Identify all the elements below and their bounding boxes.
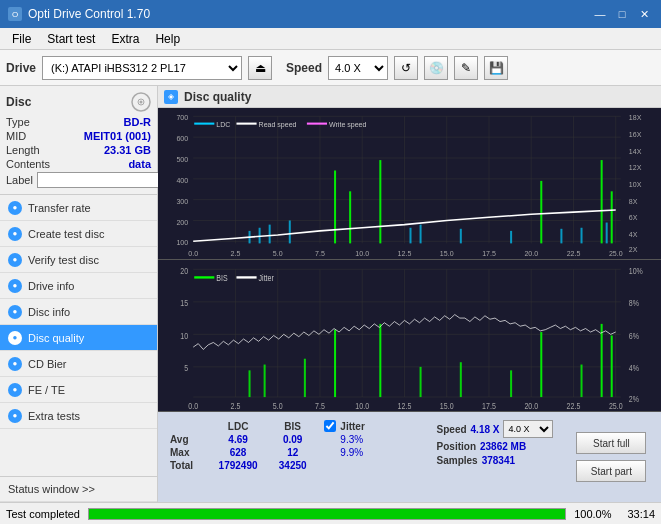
nav-label-status: Status window >> <box>8 483 95 495</box>
svg-text:400: 400 <box>176 177 188 185</box>
nav-label-create: Create test disc <box>28 228 104 240</box>
svg-rect-71 <box>158 260 661 411</box>
svg-text:6%: 6% <box>629 332 639 342</box>
svg-text:8%: 8% <box>629 299 639 309</box>
close-button[interactable]: ✕ <box>635 5 653 23</box>
stats-col-bis: BIS <box>269 420 316 433</box>
disc-mid-value: MEIT01 (001) <box>84 130 151 142</box>
menu-extra[interactable]: Extra <box>103 30 147 48</box>
stats-total-bis: 34250 <box>269 459 316 472</box>
stats-col-empty <box>166 420 207 433</box>
nav-disc-quality[interactable]: ● Disc quality <box>0 325 157 351</box>
nav-label-transfer: Transfer rate <box>28 202 91 214</box>
svg-text:10X: 10X <box>629 181 642 189</box>
svg-text:0.0: 0.0 <box>188 250 198 258</box>
svg-text:Read speed: Read speed <box>259 121 297 129</box>
speed-select[interactable]: 4.0 X 2.0 X 8.0 X <box>328 56 388 80</box>
disc-button[interactable]: 💿 <box>424 56 448 80</box>
svg-rect-67 <box>236 123 256 125</box>
svg-point-2 <box>140 101 143 104</box>
svg-text:22.5: 22.5 <box>567 250 581 258</box>
content-panel: ◈ Disc quality <box>158 86 661 502</box>
nav-icon-drive: ● <box>8 279 22 293</box>
svg-rect-64 <box>611 191 613 243</box>
svg-rect-118 <box>611 336 613 398</box>
nav-cd-bier[interactable]: ● CD Bier <box>0 351 157 377</box>
nav-fe-te[interactable]: ● FE / TE <box>0 377 157 403</box>
maximize-button[interactable]: □ <box>613 5 631 23</box>
disc-icon <box>131 92 151 112</box>
svg-text:14X: 14X <box>629 148 642 156</box>
label-input[interactable] <box>37 172 166 188</box>
disc-section: Disc Type BD-R MID MEIT01 (001) Length <box>0 86 157 195</box>
refresh-button[interactable]: ↺ <box>394 56 418 80</box>
menu-file[interactable]: File <box>4 30 39 48</box>
svg-rect-57 <box>460 229 462 244</box>
nav-icon-disc-quality: ● <box>8 331 22 345</box>
stats-avg-label: Avg <box>166 433 207 446</box>
svg-rect-54 <box>379 160 381 243</box>
svg-text:0.0: 0.0 <box>188 401 198 411</box>
disc-title: Disc <box>6 95 31 109</box>
menu-bar: File Start test Extra Help <box>0 28 661 50</box>
nav-label-disc-quality: Disc quality <box>28 332 84 344</box>
stats-max-label: Max <box>166 446 207 459</box>
svg-text:12X: 12X <box>629 164 642 172</box>
svg-text:18X: 18X <box>629 114 642 122</box>
svg-rect-115 <box>540 332 542 397</box>
svg-rect-56 <box>420 225 422 244</box>
nav-extra-tests[interactable]: ● Extra tests <box>0 403 157 429</box>
menu-start-test[interactable]: Start test <box>39 30 103 48</box>
drive-label: Drive <box>6 61 36 75</box>
nav-create-test-disc[interactable]: ● Create test disc <box>0 221 157 247</box>
svg-text:LDC: LDC <box>216 121 230 129</box>
main-area: Disc Type BD-R MID MEIT01 (001) Length <box>0 86 661 502</box>
progress-bar-container <box>88 508 566 520</box>
svg-text:22.5: 22.5 <box>567 401 581 411</box>
nav-icon-disc-info: ● <box>8 305 22 319</box>
status-text: Test completed <box>6 508 80 520</box>
disc-length-value: 23.31 GB <box>104 144 151 156</box>
svg-text:20: 20 <box>180 266 188 276</box>
svg-text:2.5: 2.5 <box>231 250 241 258</box>
svg-rect-52 <box>334 170 336 243</box>
svg-text:2%: 2% <box>629 394 639 404</box>
svg-rect-107 <box>249 370 251 397</box>
svg-text:10%: 10% <box>629 266 643 276</box>
nav-disc-info[interactable]: ● Disc info <box>0 299 157 325</box>
app-title: Opti Drive Control 1.70 <box>28 7 150 21</box>
svg-text:17.5: 17.5 <box>482 250 496 258</box>
nav-icon-verify: ● <box>8 253 22 267</box>
start-full-button[interactable]: Start full <box>576 432 646 454</box>
svg-text:4%: 4% <box>629 364 639 374</box>
svg-rect-65 <box>194 123 214 125</box>
svg-rect-55 <box>410 228 412 244</box>
save-button[interactable]: 💾 <box>484 56 508 80</box>
svg-text:12.5: 12.5 <box>398 250 412 258</box>
disc-mid-label: MID <box>6 130 26 142</box>
nav-label-disc-info: Disc info <box>28 306 70 318</box>
nav-transfer-rate[interactable]: ● Transfer rate <box>0 195 157 221</box>
start-part-button[interactable]: Start part <box>576 460 646 482</box>
minimize-button[interactable]: — <box>591 5 609 23</box>
svg-text:10: 10 <box>180 332 188 342</box>
svg-text:20.0: 20.0 <box>524 401 538 411</box>
speed-dropdown[interactable]: 4.0 X2.0 X8.0 X <box>503 420 553 438</box>
eject-button[interactable]: ⏏ <box>248 56 272 80</box>
drive-select[interactable]: (K:) ATAPI iHBS312 2 PL17 <box>42 56 242 80</box>
svg-text:500: 500 <box>176 156 188 164</box>
nav-label-fe-te: FE / TE <box>28 384 65 396</box>
svg-text:15: 15 <box>180 299 188 309</box>
nav-label-drive: Drive info <box>28 280 74 292</box>
svg-text:100: 100 <box>176 239 188 247</box>
disc-length-label: Length <box>6 144 40 156</box>
nav-icon-extra: ● <box>8 409 22 423</box>
jitter-checkbox[interactable] <box>324 420 336 432</box>
nav-verify-test-disc[interactable]: ● Verify test disc <box>0 247 157 273</box>
menu-help[interactable]: Help <box>147 30 188 48</box>
write-button[interactable]: ✎ <box>454 56 478 80</box>
title-bar: O Opti Drive Control 1.70 — □ ✕ <box>0 0 661 28</box>
nav-drive-info[interactable]: ● Drive info <box>0 273 157 299</box>
nav-status-window[interactable]: Status window >> <box>0 476 157 502</box>
svg-rect-69 <box>307 123 327 125</box>
